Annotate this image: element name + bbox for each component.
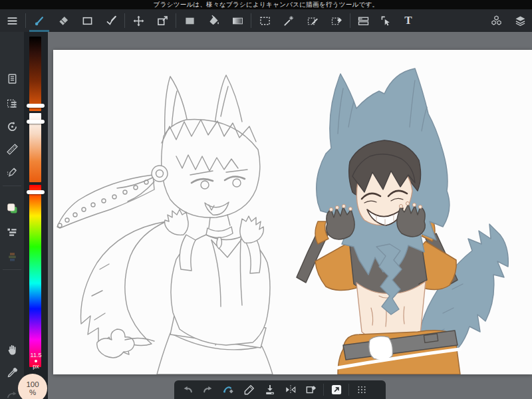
hand-icon xyxy=(5,343,19,357)
gradient-icon xyxy=(231,14,245,28)
save-icon xyxy=(263,383,277,396)
select-menu-button[interactable] xyxy=(0,94,24,113)
brush-list-button[interactable] xyxy=(0,223,24,241)
layers-button[interactable] xyxy=(508,9,532,32)
polyline-pen-icon xyxy=(104,14,118,28)
drawing-canvas[interactable] xyxy=(53,50,532,374)
eyedropper-icon xyxy=(5,366,19,380)
bottombar-divider xyxy=(323,384,324,396)
toolbar-divider xyxy=(124,13,125,28)
redo-icon xyxy=(201,383,215,396)
color-swatch-button[interactable] xyxy=(0,199,24,217)
brush-tool-button[interactable] xyxy=(27,9,51,32)
undo-icon xyxy=(181,383,194,396)
deselect-button[interactable] xyxy=(301,381,321,398)
tint-slider-handle[interactable] xyxy=(27,120,45,124)
toolbar-divider xyxy=(350,13,350,28)
shade-slider-handle[interactable] xyxy=(27,104,45,108)
transform-icon xyxy=(156,14,170,28)
flip-horizontal-button[interactable] xyxy=(280,381,301,398)
move-tool-button[interactable] xyxy=(126,9,150,32)
eraser-tool-button[interactable] xyxy=(51,9,75,32)
toolbar-divider xyxy=(25,13,26,28)
snap-brush-button[interactable] xyxy=(218,381,239,398)
move-icon xyxy=(132,14,146,28)
text-tool-button[interactable]: T xyxy=(397,9,420,32)
palette-icon xyxy=(5,249,19,263)
paint-bucket-icon xyxy=(207,14,221,28)
brush-size-value: 11.5 xyxy=(24,352,48,358)
eraser-icon xyxy=(57,14,70,28)
select-pen-tool-button[interactable] xyxy=(301,9,325,32)
paint-app-window: ブラシツールは、様々なブラシによりキャンバスに描画を行うツールです。 T xyxy=(0,0,532,399)
color-slider-panel: 11.5 px xyxy=(24,32,48,399)
rotate-icon xyxy=(5,120,19,134)
undo-button[interactable] xyxy=(177,381,198,398)
hand-tool-button[interactable] xyxy=(0,340,24,359)
airbrush-button[interactable] xyxy=(0,162,24,181)
lineart-character xyxy=(57,75,273,374)
polyline-tool-button[interactable] xyxy=(99,9,123,32)
text-tool-icon: T xyxy=(404,14,412,27)
flip-horizontal-icon xyxy=(284,383,297,396)
ruler-button[interactable] xyxy=(0,140,24,158)
pen-button[interactable] xyxy=(239,381,259,398)
workspace xyxy=(48,32,532,399)
sidebar-divider xyxy=(3,186,21,186)
export-button[interactable] xyxy=(326,381,346,398)
hue-slider[interactable] xyxy=(29,185,41,367)
menu-icon xyxy=(5,14,19,28)
marquee-icon xyxy=(258,14,272,28)
top-toolbar: T xyxy=(0,9,532,32)
shade-slider[interactable] xyxy=(29,37,41,111)
pen-icon xyxy=(243,383,256,396)
left-sidebar xyxy=(0,32,24,399)
brush-list-icon xyxy=(5,225,19,239)
select-menu-icon xyxy=(5,97,19,111)
tool-hint-bar: ブラシツールは、様々なブラシによりキャンバスに描画を行うツールです。 xyxy=(0,0,532,9)
menu-button[interactable] xyxy=(0,9,24,32)
redo-icon xyxy=(5,388,19,399)
deselect-icon xyxy=(305,383,318,396)
layers-icon xyxy=(513,14,527,28)
magic-wand-tool-button[interactable] xyxy=(277,9,301,32)
transform-tool-button[interactable] xyxy=(150,9,174,32)
palette-button[interactable] xyxy=(0,247,24,265)
object-select-icon xyxy=(379,14,393,28)
fill-rect-tool-button[interactable] xyxy=(178,9,201,32)
bottom-toolbar xyxy=(174,380,386,399)
hue-slider-handle[interactable] xyxy=(27,190,45,194)
brush-size-readout: 11.5 px xyxy=(24,352,48,370)
zoom-value: 100 xyxy=(26,380,39,388)
zoom-level-badge[interactable]: 100 % xyxy=(18,374,47,399)
color-swatch-icon xyxy=(5,201,19,215)
magic-wand-icon xyxy=(282,14,296,28)
select-eraser-icon xyxy=(330,14,344,28)
brush-size-unit: px xyxy=(24,364,48,370)
filled-rectangle-icon xyxy=(183,14,197,28)
rotate-canvas-button[interactable] xyxy=(0,117,24,136)
select-pen-icon xyxy=(306,14,320,28)
ruler-icon xyxy=(5,142,19,156)
select-eraser-tool-button[interactable] xyxy=(325,9,348,32)
brush-icon xyxy=(33,14,47,28)
gradient-tool-button[interactable] xyxy=(225,9,249,32)
snap-brush-icon xyxy=(222,383,235,396)
redo-button[interactable] xyxy=(198,381,218,398)
pages-icon xyxy=(5,72,19,86)
zoom-unit: % xyxy=(29,388,36,396)
shape-tool-button[interactable] xyxy=(75,9,99,32)
sidebar-divider xyxy=(3,269,21,270)
object-select-button[interactable] xyxy=(374,9,397,32)
split-canvas-button[interactable] xyxy=(352,9,374,32)
materials-button[interactable] xyxy=(484,9,508,32)
drag-handle-icon xyxy=(355,383,368,396)
save-button[interactable] xyxy=(259,381,280,398)
colored-character xyxy=(297,68,508,374)
select-marquee-tool-button[interactable] xyxy=(253,9,277,32)
paint-bucket-tool-button[interactable] xyxy=(201,9,225,32)
pages-button[interactable] xyxy=(0,69,24,88)
rectangle-icon xyxy=(80,14,94,28)
toolbar-divider xyxy=(176,13,176,28)
drag-handle-button[interactable] xyxy=(351,381,372,398)
